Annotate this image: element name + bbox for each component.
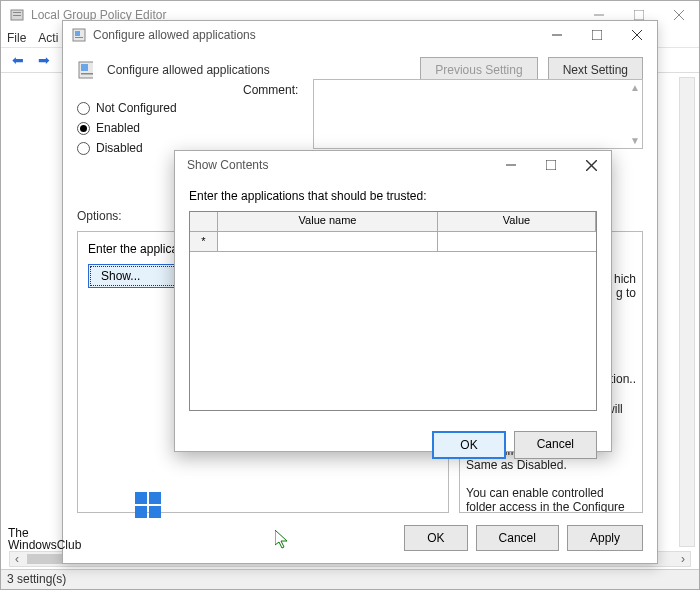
svg-rect-23 [149,492,161,504]
radio-icon [77,102,90,115]
close-button[interactable] [659,1,699,29]
config-close-button[interactable] [617,21,657,49]
menu-action[interactable]: Acti [38,31,58,45]
sc-cancel-button[interactable]: Cancel [514,431,597,459]
grid-header-value-name[interactable]: Value name [218,212,438,231]
grid-header: Value name Value [190,212,596,232]
config-maximize-button[interactable] [577,21,617,49]
svg-rect-22 [135,492,147,504]
windowsclub-logo [135,492,163,520]
svg-rect-24 [135,506,147,518]
help-text: You can enable controlled folder access … [466,486,636,513]
radio-icon [77,142,90,155]
show-contents-prompt: Enter the applications that should be tr… [189,189,597,203]
svg-rect-9 [75,31,80,36]
scroll-right-icon[interactable]: › [676,552,690,566]
help-fragment: g to [614,286,636,300]
radio-icon-selected [77,122,90,135]
scroll-up-icon[interactable]: ▲ [630,82,640,93]
config-header-title: Configure allowed applications [107,63,270,77]
status-bar: 3 setting(s) [1,569,699,589]
help-fragment: hich [614,272,636,286]
show-contents-titlebar: Show Contents [175,151,611,179]
show-contents-button-row: OK Cancel [175,421,611,469]
show-contents-dialog: Show Contents Enter the applications tha… [174,150,612,452]
config-header: Configure allowed applications [77,62,410,78]
policy-icon [71,27,87,43]
config-titlebar: Configure allowed applications [63,21,657,49]
grid-cell-value[interactable] [438,232,596,252]
svg-rect-12 [592,30,602,40]
status-text: 3 setting(s) [7,572,66,586]
back-button[interactable]: ⬅ [7,49,29,71]
comment-textarea[interactable]: ▲ ▼ [313,79,643,149]
svg-rect-17 [81,73,93,75]
grid-row[interactable]: * [190,232,596,252]
config-apply-button[interactable]: Apply [567,525,643,551]
config-minimize-button[interactable] [537,21,577,49]
scroll-left-icon[interactable]: ‹ [10,552,24,566]
values-grid[interactable]: Value name Value * [189,211,597,411]
svg-rect-1 [13,12,21,13]
radio-label: Disabled [96,141,143,155]
svg-rect-4 [634,10,644,20]
svg-rect-2 [13,15,21,16]
radio-label: Enabled [96,121,140,135]
help-fragment: tion.. [610,372,636,386]
grid-cell-value-name[interactable] [218,232,438,252]
config-title: Configure allowed applications [93,28,537,42]
comment-label: Comment: [243,83,298,97]
sc-close-button[interactable] [571,151,611,179]
grid-header-value[interactable]: Value [438,212,596,231]
svg-rect-10 [75,37,83,38]
show-contents-title: Show Contents [183,158,491,172]
svg-rect-19 [546,160,556,170]
config-ok-button[interactable]: OK [404,525,467,551]
forward-button[interactable]: ➡ [33,49,55,71]
grid-row-indicator: * [190,232,218,252]
radio-label: Not Configured [96,101,177,115]
config-cancel-button[interactable]: Cancel [476,525,559,551]
svg-rect-16 [81,64,88,71]
scroll-down-icon[interactable]: ▼ [630,135,640,146]
svg-rect-25 [149,506,161,518]
grid-header-blank [190,212,218,231]
sc-ok-button[interactable]: OK [432,431,505,459]
menu-file[interactable]: File [7,31,26,45]
sc-minimize-button[interactable] [491,151,531,179]
policy-icon-large [77,62,93,78]
gpedit-icon [9,7,25,23]
options-label: Options: [77,209,122,223]
config-button-row: OK Cancel Apply [404,525,643,551]
vertical-scrollbar[interactable] [679,77,695,547]
sc-maximize-button[interactable] [531,151,571,179]
